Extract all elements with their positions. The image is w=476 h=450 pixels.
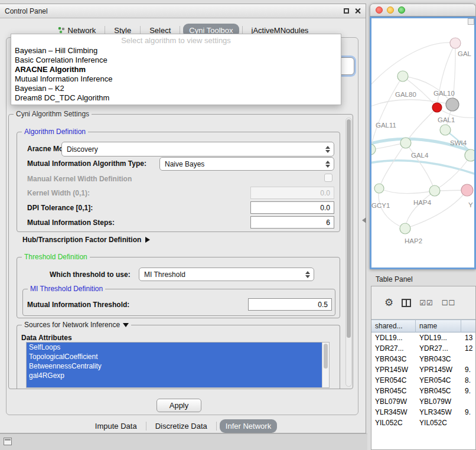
network-canvas[interactable]: GALGAL80GAL10GAL11GAL1SWI4GAL4GCY1HAP4YH… bbox=[370, 17, 476, 269]
table-row[interactable]: YER054CYER054C8. bbox=[371, 375, 476, 386]
menu-item-bayesian-hill-climbing[interactable]: Bayesian – Hill Climbing bbox=[11, 46, 341, 56]
checked-boxes-icon[interactable] bbox=[419, 299, 433, 307]
table-cell bbox=[461, 418, 476, 428]
data-attributes-items: SelfLoopsTopologicalCoefficientBetweenne… bbox=[27, 343, 322, 388]
tab-discretize-data[interactable]: Discretize Data bbox=[149, 419, 213, 433]
network-node-pink[interactable] bbox=[461, 184, 473, 196]
manual-kernel-width-checkbox[interactable] bbox=[324, 174, 332, 182]
close-traffic-light-icon[interactable] bbox=[376, 6, 383, 14]
list-item-betweennesscentrality[interactable]: BetweennessCentrality bbox=[27, 361, 322, 371]
network-node-green[interactable] bbox=[429, 185, 440, 196]
table-cell bbox=[461, 396, 476, 407]
network-node-green[interactable] bbox=[400, 138, 411, 148]
list-scrollbar-thumb[interactable] bbox=[324, 344, 328, 369]
network-node-green[interactable] bbox=[371, 144, 376, 155]
apply-button[interactable]: Apply bbox=[157, 399, 201, 412]
minimize-traffic-light-icon[interactable] bbox=[387, 6, 394, 14]
list-item-topologicalcoefficient[interactable]: TopologicalCoefficient bbox=[27, 352, 322, 361]
mi-algorithm-type-select[interactable]: Naive Bayes bbox=[159, 157, 334, 171]
network-window-title-bar[interactable] bbox=[370, 4, 476, 17]
table-header-row: shared...name bbox=[371, 319, 476, 332]
table-row[interactable]: YIL052CYIL052C bbox=[371, 418, 476, 428]
minimized-panel-icon[interactable] bbox=[4, 438, 12, 445]
node-label-gal1: GAL1 bbox=[438, 116, 455, 123]
table-cell: 9. bbox=[461, 386, 476, 396]
table-cell: YBR043C bbox=[371, 354, 416, 364]
settings-scrollbar-thumb[interactable] bbox=[347, 119, 351, 338]
dpi-tolerance-field[interactable] bbox=[250, 201, 334, 214]
table-cell: 9. bbox=[461, 364, 476, 375]
which-threshold-value: MI Threshold bbox=[144, 270, 185, 279]
bottom-tab-bar: Impute DataDiscretize DataInfer Network bbox=[0, 418, 366, 434]
menu-item-bayesian-k2[interactable]: Bayesian – K2 bbox=[11, 84, 341, 93]
sources-group-title: Sources for Network Inference bbox=[22, 321, 131, 329]
menu-item-basic-correlation-inference[interactable]: Basic Correlation Inference bbox=[11, 56, 341, 65]
node-label-gal10: GAL10 bbox=[433, 90, 455, 97]
table-row[interactable]: YBL079WYBL079W bbox=[371, 396, 476, 407]
settings-scrollbar[interactable] bbox=[345, 118, 352, 387]
table-row[interactable]: YDR27...YDR27...12 bbox=[371, 343, 476, 354]
control-panel-title-bar[interactable]: Control Panel bbox=[0, 4, 366, 18]
network-node-green[interactable] bbox=[440, 125, 451, 135]
gear-icon[interactable] bbox=[384, 296, 393, 309]
network-view-window: GALGAL80GAL10GAL11GAL1SWI4GAL4GCY1HAP4YH… bbox=[370, 4, 476, 269]
list-item-partial[interactable] bbox=[27, 380, 322, 388]
algorithm-definition-title: Algorithm Definition bbox=[22, 128, 88, 136]
dropdown-placeholder: Select algorithm to view settings bbox=[11, 34, 341, 46]
aracne-mode-select[interactable]: Discovery bbox=[61, 142, 334, 156]
node-label-y: Y bbox=[468, 201, 473, 208]
zoom-traffic-light-icon[interactable] bbox=[398, 6, 405, 14]
close-icon[interactable] bbox=[354, 8, 361, 14]
node-label-gal: GAL bbox=[458, 50, 472, 57]
network-node-green[interactable] bbox=[397, 71, 408, 81]
columns-icon[interactable] bbox=[402, 299, 411, 307]
column-header-shared[interactable]: shared... bbox=[371, 319, 416, 332]
table-cell: YIL052C bbox=[371, 418, 416, 428]
network-node-green[interactable] bbox=[465, 149, 474, 161]
column-header-2[interactable] bbox=[461, 319, 476, 332]
table-row[interactable]: YPR145WYPR145W9. bbox=[371, 364, 476, 375]
table-row[interactable]: YBR043CYBR043C bbox=[371, 354, 476, 364]
menu-item-dream8-dc-tdc-algorithm[interactable]: Dream8 DC_TDC Algorithm bbox=[11, 93, 341, 103]
table-cell: YBR045C bbox=[371, 386, 416, 396]
list-item-selfloops[interactable]: SelfLoops bbox=[27, 343, 322, 352]
table-cell: YDR27... bbox=[371, 343, 416, 354]
expand-right-triangle-icon bbox=[145, 237, 150, 243]
table-panel: shared...name YDL19...YDL19...13YDR27...… bbox=[371, 286, 476, 450]
table-row[interactable]: YBR045CYBR045C9. bbox=[371, 386, 476, 396]
menu-item-aracne-algorithm[interactable]: ARACNE Algorithm bbox=[11, 65, 341, 74]
mi-steps-field[interactable] bbox=[250, 216, 334, 229]
tab-separator bbox=[216, 422, 217, 431]
hub-definition-toggle[interactable]: Hub/Transcription Factor Definition bbox=[22, 236, 150, 244]
mi-threshold-field[interactable] bbox=[248, 298, 332, 311]
list-scrollbar[interactable] bbox=[322, 343, 329, 387]
window-title: Control Panel bbox=[5, 7, 48, 15]
which-threshold-label: Which threshold to use: bbox=[50, 270, 131, 279]
network-node-green[interactable] bbox=[374, 184, 384, 193]
network-node-red[interactable] bbox=[432, 103, 442, 112]
mi-threshold-label: Mutual Information Threshold: bbox=[27, 301, 129, 309]
table-cell: YDR27... bbox=[416, 343, 461, 354]
table-cell: YBL079W bbox=[371, 396, 416, 407]
data-attributes-list[interactable]: SelfLoopsTopologicalCoefficientBetweenne… bbox=[26, 342, 330, 388]
network-node-green[interactable] bbox=[400, 223, 410, 234]
menu-item-mutual-information-inference[interactable]: Mutual Information Inference bbox=[11, 74, 341, 84]
column-header-name[interactable]: name bbox=[416, 319, 461, 332]
tab-label: Infer Network bbox=[226, 422, 271, 431]
tab-infer-network[interactable]: Infer Network bbox=[220, 419, 277, 433]
network-icon bbox=[58, 27, 65, 34]
collapse-down-triangle-icon[interactable] bbox=[123, 323, 129, 327]
list-item-gal4rgexp[interactable]: gal4RGexp bbox=[27, 371, 322, 380]
tab-impute-data[interactable]: Impute Data bbox=[89, 419, 143, 433]
mi-steps-label: Mutual Information Steps: bbox=[27, 219, 115, 227]
maximize-icon[interactable] bbox=[343, 8, 350, 14]
table-row[interactable]: YDL19...YDL19...13 bbox=[371, 332, 476, 343]
which-threshold-select[interactable]: MI Threshold bbox=[139, 268, 314, 281]
network-node-gray[interactable] bbox=[446, 98, 459, 111]
network-edge bbox=[379, 143, 406, 188]
unchecked-boxes-icon[interactable] bbox=[442, 299, 456, 307]
panel-collapse-arrow-icon[interactable] bbox=[362, 217, 366, 223]
table-cell: YIL052C bbox=[416, 418, 461, 428]
table-row[interactable]: YLR345WYLR345W9. bbox=[371, 407, 476, 418]
network-node-pink_light[interactable] bbox=[450, 38, 461, 48]
